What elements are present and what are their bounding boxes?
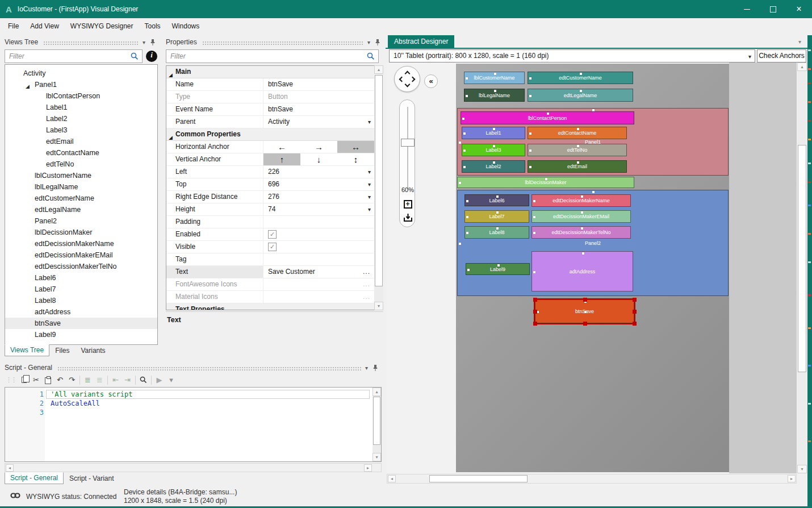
tree-item-edtcontactname[interactable]: edtContactName (5, 147, 157, 159)
canvas-view-edtcustomername[interactable]: edtCustomerName (528, 72, 633, 84)
chevron-down-icon[interactable]: ▾ (368, 203, 371, 215)
fit-to-window-button[interactable]: + (401, 198, 414, 210)
script-editor[interactable]: 1'All variants script2AutoScaleAll3 (5, 387, 382, 462)
pan-left-icon[interactable] (399, 77, 405, 82)
canvas-view-edtlegalname[interactable]: edtLegalName (528, 89, 633, 102)
tree-item-label7[interactable]: Label7 (5, 284, 157, 295)
tree-item-lblcontactperson[interactable]: lblContactPerson (5, 90, 157, 102)
tree-item-label1[interactable]: Label1 (5, 102, 157, 113)
pan-right-icon[interactable] (410, 77, 416, 82)
tree-item-edtdecissionmakername[interactable]: edtDecissionMakerName (5, 238, 157, 249)
scroll-left-icon[interactable]: ◂ (388, 475, 396, 482)
property-value-event-name[interactable]: btnSave (263, 103, 374, 115)
tree-item-label9[interactable]: Label9 (5, 329, 157, 340)
selection-handle[interactable] (633, 298, 637, 302)
selection-handle[interactable] (533, 310, 537, 314)
scroll-up-icon[interactable]: ▴ (374, 65, 383, 74)
indent-icon[interactable]: ⇥ (122, 374, 133, 386)
check-anchors-button[interactable]: Check Anchors (757, 49, 806, 63)
selection-handle[interactable] (633, 322, 637, 326)
selection-handle[interactable] (583, 322, 587, 326)
canvas-view-label1[interactable]: Label1 (462, 127, 525, 139)
designer-canvas[interactable]: lblCustomerNameedtCustomerNamelblLegalNa… (387, 63, 797, 473)
menu-file[interactable]: File (2, 18, 24, 34)
search-icon[interactable] (137, 374, 149, 386)
properties-scrollbar-thumb[interactable] (375, 75, 383, 286)
canvas-view-label3[interactable]: Label3 (462, 144, 525, 156)
scroll-down-icon[interactable]: ▾ (372, 453, 381, 461)
cut-icon[interactable]: ✂ (30, 374, 42, 386)
tab-script-variant[interactable]: Script - Variant (64, 473, 119, 485)
canvas-view-label2[interactable]: Label2 (462, 160, 525, 173)
property-value-material-icons[interactable]: ... (263, 291, 374, 303)
tree-item-lbllegalname[interactable]: lblLegalName (5, 181, 157, 193)
ellipsis-button[interactable]: ... (363, 291, 370, 303)
canvas-view-edttelno[interactable]: edtTelNo (528, 144, 627, 156)
menu-add-view[interactable]: Add View (24, 18, 64, 34)
chevron-down-icon[interactable]: ▾ (368, 166, 371, 178)
tree-item-adtaddress[interactable]: adtAddress (5, 306, 157, 318)
tab-variants[interactable]: Variants (75, 345, 111, 357)
info-icon[interactable]: i (146, 51, 157, 62)
paste-icon[interactable] (42, 374, 54, 386)
selection-handle[interactable] (533, 322, 537, 326)
tree-item-lbldecissionmaker[interactable]: lblDecissionMaker (5, 227, 157, 238)
property-category-text-properties[interactable]: ◢Text Properties (166, 303, 374, 310)
anchor-option-horizontal-anchor-1[interactable]: → (300, 141, 337, 153)
load-layout-button[interactable] (401, 211, 414, 224)
outdent-icon[interactable]: ⇤ (110, 374, 122, 386)
property-value-top[interactable]: 696▾ (263, 178, 374, 190)
tab-script-general[interactable]: Script - General (5, 472, 64, 484)
property-value-parent[interactable]: Activity▾ (263, 116, 374, 128)
copy-icon[interactable] (18, 374, 30, 386)
property-value-tag[interactable] (263, 253, 374, 265)
canvas-view-edtemail[interactable]: edtEmail (528, 160, 627, 173)
property-value-padding[interactable] (263, 216, 374, 228)
canvas-view-label9[interactable]: Label9 (466, 263, 530, 275)
canvas-view-btnsave[interactable]: btnSave (535, 299, 634, 323)
menu-wysiwyg-designer[interactable]: WYSIWYG Designer (65, 18, 139, 34)
format-selection-icon[interactable]: ≣ (94, 374, 106, 386)
designer-hscrollbar-thumb[interactable] (429, 475, 528, 482)
tree-item-activity[interactable]: Activity (5, 68, 157, 79)
zoom-slider-thumb[interactable] (401, 139, 415, 147)
canvas-view-edtdescissionmakertelno[interactable]: edtDescissionMakerTelNo (531, 226, 631, 239)
scroll-down-icon[interactable]: ▾ (797, 465, 807, 473)
scroll-right-icon[interactable]: ▸ (364, 464, 372, 472)
menu-tools[interactable]: Tools (139, 18, 166, 34)
canvas-view-edtdecissionmakeremail[interactable]: edtDecissionMakerEMail (531, 210, 631, 223)
tree-item-edtdescissionmakertelno[interactable]: edtDescissionMakerTelNo (5, 261, 157, 272)
tree-item-edtcustomername[interactable]: edtCustomerName (5, 193, 157, 204)
tree-item-btnsave[interactable]: btnSave (5, 318, 157, 329)
anchor-option-horizontal-anchor-0[interactable]: ← (263, 141, 300, 153)
canvas-view-lbldecissionmaker[interactable]: lblDecissionMaker (457, 177, 634, 188)
property-value-name[interactable]: btnSave (263, 78, 374, 90)
designer-vscrollbar-thumb[interactable] (798, 145, 806, 372)
property-category-main[interactable]: ◢Main (166, 66, 374, 78)
pan-down-icon[interactable] (405, 82, 411, 88)
minimize-button[interactable] (734, 0, 760, 18)
tree-item-label6[interactable]: Label6 (5, 272, 157, 284)
tree-item-label8[interactable]: Label8 (5, 295, 157, 306)
selection-handle[interactable] (583, 298, 587, 302)
canvas-view-edtdecissionmakername[interactable]: edtDecissionMakerName (531, 194, 631, 207)
category-expander-icon[interactable]: ◢ (169, 307, 173, 310)
tree-item-edtdecissionmakeremail[interactable]: edtDecissionMakerEMail (5, 249, 157, 261)
collapse-panel-button[interactable]: « (424, 74, 438, 88)
pin-icon[interactable] (150, 39, 156, 46)
properties-scrollbar-track[interactable] (374, 74, 383, 302)
format-document-icon[interactable]: ≣ (82, 374, 94, 386)
redo-icon[interactable]: ↷ (66, 374, 78, 386)
chevron-down-icon[interactable]: ▾ (368, 116, 371, 128)
anchor-option-vertical-anchor-2[interactable]: ↕ (337, 153, 374, 165)
tab-views-tree[interactable]: Views Tree (5, 344, 49, 356)
selection-handle[interactable] (533, 298, 537, 302)
undo-icon[interactable]: ↶ (54, 374, 66, 386)
maximize-button[interactable] (760, 0, 786, 18)
editor-scrollbar-thumb[interactable] (373, 397, 380, 445)
zoom-slider-track[interactable] (407, 107, 408, 189)
tree-item-edtlegalname[interactable]: edtLegalName (5, 204, 157, 215)
property-value-type[interactable]: Button (263, 91, 374, 103)
panel-menu-caret-icon[interactable]: ▾ (365, 365, 368, 371)
toolbar-overflow-icon[interactable]: ▾ (165, 374, 177, 386)
